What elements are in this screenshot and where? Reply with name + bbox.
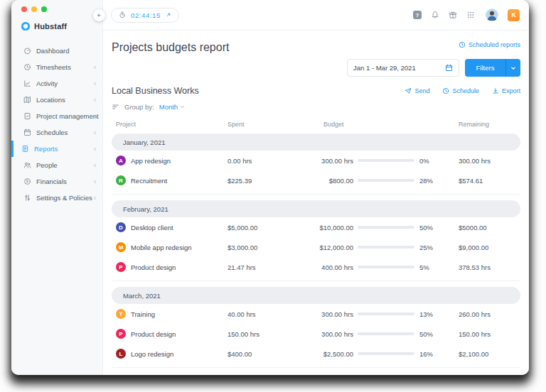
date-range-value: Jan 1 - Mar 29, 2021 xyxy=(353,64,416,72)
project-name[interactable]: Training xyxy=(131,310,155,318)
apps-grid-icon[interactable] xyxy=(466,11,475,19)
schedule-button[interactable]: Schedule xyxy=(442,87,479,94)
clipboard-icon xyxy=(23,112,31,120)
gift-icon[interactable] xyxy=(449,11,457,19)
budget-percent: 28% xyxy=(419,177,433,185)
scheduled-reports-link[interactable]: Scheduled reports xyxy=(459,41,520,48)
export-button[interactable]: Export xyxy=(492,87,520,94)
project-name[interactable]: App redesign xyxy=(131,157,171,165)
schedule-clock-icon xyxy=(442,87,449,94)
stopwatch-icon xyxy=(119,11,126,18)
sidebar-item-project-management[interactable]: Project management ‹ xyxy=(11,108,102,124)
table-body: January, 2021 A App redesign 0.00 hrs 30… xyxy=(112,134,520,368)
main-area: 02:44:15 ? K xyxy=(103,0,529,375)
budget-value: $800.00 xyxy=(313,177,353,185)
close-window-button[interactable] xyxy=(21,6,27,12)
month-group-header: March, 2021 xyxy=(112,287,520,304)
table-header: Project Spent Budget Remaining xyxy=(112,121,520,128)
sidebar: Hubstaff Dashboard ‹ Timesheets ‹ Activi… xyxy=(11,0,103,375)
budget-value: $10,000.00 xyxy=(313,224,353,232)
section-divider xyxy=(112,367,520,368)
organization-badge[interactable]: K xyxy=(508,9,520,21)
column-header-remaining: Remaining xyxy=(459,121,520,128)
budget-progress-bar xyxy=(358,312,414,315)
spent-value: $3,000.00 xyxy=(228,244,313,251)
sidebar-item-dashboard[interactable]: Dashboard ‹ xyxy=(11,43,102,59)
topbar: 02:44:15 ? K xyxy=(103,0,529,31)
project-row: A App redesign 0.00 hrs 300.00 hrs 0% 30… xyxy=(112,151,520,170)
budget-progress-bar xyxy=(358,332,414,335)
sidebar-item-people[interactable]: People ‹ xyxy=(11,157,102,173)
budget-value: $12,000.00 xyxy=(313,244,353,251)
remaining-value: $5000.00 xyxy=(459,224,520,232)
budget-progress-bar xyxy=(358,246,414,249)
budget-progress-bar xyxy=(358,266,414,268)
sidebar-collapse-button[interactable] xyxy=(93,9,105,21)
project-name[interactable]: Desktop client xyxy=(131,224,173,232)
project-name[interactable]: Product design xyxy=(131,263,176,271)
project-name[interactable]: Product design xyxy=(131,330,176,338)
chevron-down-icon xyxy=(180,104,185,109)
minimize-window-button[interactable] xyxy=(31,6,37,12)
project-avatar: M xyxy=(116,242,126,252)
project-row: R Recruitment $225.39 $800.00 28% $574.6… xyxy=(112,170,520,190)
calendar-icon xyxy=(23,129,31,136)
month-group-header: February, 2021 xyxy=(112,200,520,217)
chevron-left-icon: ‹ xyxy=(94,113,96,120)
sidebar-item-settings-policies[interactable]: Settings & Policies ‹ xyxy=(11,190,102,206)
zoom-window-button[interactable] xyxy=(41,6,47,12)
sidebar-item-activity[interactable]: Activity ‹ xyxy=(11,75,102,92)
user-avatar[interactable] xyxy=(486,9,498,21)
column-header-project: Project xyxy=(112,121,228,128)
column-header-budget: Budget xyxy=(313,121,459,128)
date-range-picker[interactable]: Jan 1 - Mar 29, 2021 xyxy=(347,59,459,77)
send-button[interactable]: Send xyxy=(405,87,429,94)
spent-value: 150.00 hrs xyxy=(228,330,313,338)
topbar-icons: ? K xyxy=(413,9,520,21)
budget-progress-bar xyxy=(358,179,414,182)
budget-percent: 5% xyxy=(419,263,429,271)
filters-dropdown-toggle[interactable] xyxy=(505,59,520,77)
app-logo-text: Hubstaff xyxy=(34,22,67,31)
spent-value: $5,000.00 xyxy=(228,224,313,232)
help-icon[interactable]: ? xyxy=(413,11,422,19)
budget-value: 400.00 hrs xyxy=(313,263,353,271)
project-name[interactable]: Recruitment xyxy=(131,177,167,185)
chevron-left-icon: ‹ xyxy=(94,146,96,153)
spent-value: 40.00 hrs xyxy=(228,310,313,318)
project-avatar: A xyxy=(116,156,126,165)
filters-button[interactable]: Filters xyxy=(465,59,520,77)
month-label: January, 2021 xyxy=(123,138,166,146)
remaining-value: $9,000.00 xyxy=(459,244,520,251)
section-divider xyxy=(112,194,520,195)
chevron-left-icon: ‹ xyxy=(94,97,96,104)
project-avatar: L xyxy=(116,349,126,359)
budget-progress-bar xyxy=(358,352,414,355)
timer-value: 02:44:15 xyxy=(131,11,161,19)
window-controls xyxy=(11,0,102,12)
budget-percent: 25% xyxy=(419,244,433,251)
open-timer-icon[interactable] xyxy=(166,12,171,18)
section-divider xyxy=(112,281,520,281)
budget-percent: 0% xyxy=(419,157,429,165)
project-row: L Logo redesign $400.00 $2,500.00 16% $2… xyxy=(112,344,520,364)
timer-widget[interactable]: 02:44:15 xyxy=(111,8,179,23)
budget-value: $2,500.00 xyxy=(313,350,353,358)
sidebar-item-reports[interactable]: Reports ‹ xyxy=(11,141,102,157)
group-by-dropdown[interactable]: Month xyxy=(159,103,185,111)
group-by-label: Group by: xyxy=(124,103,154,111)
project-row: P Product design 21.47 hrs 400.00 hrs 5%… xyxy=(112,257,520,277)
project-name[interactable]: Mobile app redesign xyxy=(131,244,192,251)
month-label: March, 2021 xyxy=(123,292,161,300)
hubstaff-logo-icon xyxy=(21,21,31,31)
sidebar-item-locations[interactable]: Locations ‹ xyxy=(11,92,102,108)
sidebar-item-financials[interactable]: $ Financials ‹ xyxy=(11,173,102,190)
budget-value: 300.00 hrs xyxy=(313,310,353,318)
notifications-bell-icon[interactable] xyxy=(431,11,439,19)
sidebar-item-timesheets[interactable]: Timesheets ‹ xyxy=(11,59,102,75)
filters-button-label[interactable]: Filters xyxy=(465,59,505,77)
map-icon xyxy=(23,96,31,104)
sidebar-item-schedules[interactable]: Schedules ‹ xyxy=(11,124,102,141)
project-name[interactable]: Logo redesign xyxy=(131,350,173,358)
sidebar-menu: Dashboard ‹ Timesheets ‹ Activity ‹ Loca… xyxy=(11,43,102,206)
